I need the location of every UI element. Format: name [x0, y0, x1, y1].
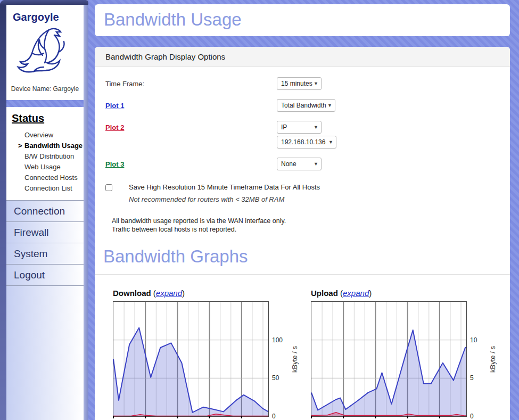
plot-row-3: Plot 3None▼ — [105, 158, 499, 170]
wan-notice-line1: All bandwidth usage reported is via the … — [112, 217, 499, 225]
sidebar-item-b-w-distribution[interactable]: B/W Distribution — [6, 151, 84, 162]
sidebar-item-overview[interactable]: Overview — [6, 130, 84, 141]
page-header-box: Bandwidth Usage — [95, 4, 510, 36]
upload-plot-svg — [311, 302, 466, 416]
sidebar-item-web-usage[interactable]: Web Usage — [6, 162, 84, 172]
plot-2-select-2[interactable]: 192.168.10.136▼ — [277, 136, 336, 149]
chart-title-text: Download — [113, 289, 151, 298]
active-item-marker: > — [18, 141, 22, 151]
upload-chart-title: Upload (expand) — [311, 289, 509, 298]
sidebar-gap — [6, 100, 84, 107]
download-plot-area: 050100 kByte / s :0620:0920:1220:1520:18 — [113, 301, 269, 417]
chart-title-text: Upload — [311, 289, 338, 298]
options-form: Time Frame: 15 minutes ▼ Plot 1Total Ban… — [95, 67, 510, 234]
sidebar-section-status: Status Overview>Bandwidth UsageB/W Distr… — [6, 107, 84, 200]
dropdown-arrow-icon: ▼ — [314, 81, 318, 86]
plot-3-link[interactable]: Plot 3 — [105, 160, 124, 168]
device-name-label: Device Name: Gargoyle — [6, 83, 84, 96]
save-high-res-row: Save High Resolution 15 Minute Timeframe… — [105, 183, 499, 203]
sidebar-item-logout[interactable]: Logout — [6, 265, 84, 286]
save-high-res-label: Save High Resolution 15 Minute Timeframe… — [129, 183, 320, 191]
page-title: Bandwidth Usage — [95, 4, 510, 30]
save-high-res-checkbox[interactable] — [105, 184, 112, 191]
y-tick-label: 10 — [470, 336, 477, 344]
time-frame-select[interactable]: 15 minutes ▼ — [277, 77, 322, 90]
sidebar-item-connected-hosts[interactable]: Connected Hosts — [6, 172, 84, 183]
time-frame-row: Time Frame: 15 minutes ▼ — [105, 77, 499, 90]
sidebar-fill — [6, 286, 84, 420]
dropdown-arrow-icon: ▼ — [314, 161, 318, 167]
sidebar-frame-left — [0, 0, 6, 420]
logo-panel: Gargoyle Device Name: Gargoyle — [6, 5, 84, 100]
y-tick-label: 5 — [470, 374, 474, 382]
paren: ) — [182, 289, 185, 298]
plot-3-select-1[interactable]: None▼ — [277, 158, 322, 170]
plot-row-1: Plot 1Total Bandwidth▼ — [105, 99, 499, 112]
options-panel-title: Bandwidth Graph Display Options — [95, 47, 510, 67]
sidebar-item-bandwidth-usage[interactable]: >Bandwidth Usage — [6, 141, 84, 151]
dropdown-arrow-icon: ▼ — [314, 125, 318, 130]
save-high-res-note: Not recommended for routers with < 32MB … — [129, 195, 320, 203]
upload-expand-link[interactable]: expand — [343, 289, 369, 298]
sidebar-item-connection-list[interactable]: Connection List — [6, 183, 84, 194]
sidebar: Gargoyle Device Name: Gargoyle — [0, 0, 88, 420]
sidebar-item-system[interactable]: System — [6, 243, 84, 265]
dropdown-arrow-icon: ▼ — [327, 103, 332, 108]
y-tick-label: 100 — [272, 336, 283, 344]
y-tick-label: 0 — [272, 413, 276, 420]
sidebar-item-connection[interactable]: Connection — [6, 201, 84, 222]
wan-notice-line2: Traffic between local hosts is not repor… — [112, 225, 499, 234]
status-section-title[interactable]: Status — [6, 112, 84, 125]
download-chart: Download (expand) 050100 kByte / s :0620… — [113, 289, 311, 417]
plot-1-link[interactable]: Plot 1 — [105, 102, 124, 110]
dropdown-arrow-icon: ▼ — [328, 139, 333, 145]
sidebar-item-firewall[interactable]: Firewall — [6, 222, 84, 243]
plot-row-2: Plot 2IP▼192.168.10.136▼ — [105, 121, 499, 149]
download-expand-link[interactable]: expand — [156, 289, 182, 298]
main-panel: Bandwidth Graph Display Options Time Fra… — [95, 47, 510, 420]
y-tick-label: 0 — [470, 413, 474, 420]
plot-1-select-1[interactable]: Total Bandwidth▼ — [277, 99, 335, 112]
sidebar-frame-top — [0, 0, 88, 5]
plot-2-link[interactable]: Plot 2 — [105, 123, 124, 131]
y-axis-title: kByte / s — [489, 341, 497, 378]
sidebar-frame-right — [84, 0, 88, 420]
y-tick-label: 50 — [272, 374, 279, 382]
y-axis-title: kByte / s — [291, 341, 299, 378]
charts-row: Download (expand) 050100 kByte / s :0620… — [95, 275, 510, 417]
wan-notice: All bandwidth usage reported is via the … — [112, 217, 499, 234]
sidebar-nav-group: ConnectionFirewallSystemLogout — [6, 200, 84, 286]
brand-title: Gargoyle — [6, 9, 84, 24]
plot-2-select-1[interactable]: IP▼ — [277, 121, 322, 134]
paren: ) — [369, 289, 372, 298]
upload-plot-area: 0510 kByte / s :0620:0920:1220:1520:18 — [311, 301, 467, 417]
graphs-heading: Bandwidth Graphs — [103, 246, 510, 267]
time-frame-label: Time Frame: — [105, 77, 277, 88]
download-plot-svg — [113, 302, 268, 416]
upload-chart: Upload (expand) 0510 kByte / s :0620:092… — [311, 289, 509, 417]
download-chart-title: Download (expand) — [113, 289, 311, 298]
status-menu: Overview>Bandwidth UsageB/W Distribution… — [6, 130, 84, 194]
gargoyle-logo-icon — [14, 71, 77, 80]
